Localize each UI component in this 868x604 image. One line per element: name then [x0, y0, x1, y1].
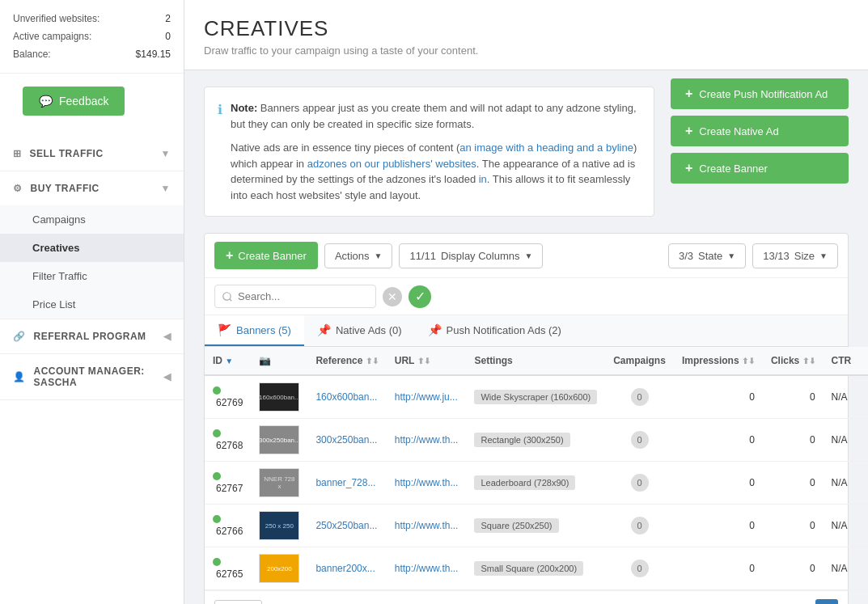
col-thumb: 📷	[251, 347, 307, 375]
creatives-table-section: + Create Banner Actions ▼ 11/11 Display …	[204, 233, 849, 604]
nav-header-referral[interactable]: 🔗 REFERRAL PROGRAM ◀	[0, 319, 184, 353]
size-filter-button[interactable]: 13/13 Size ▼	[752, 243, 838, 268]
table-toolbar: + Create Banner Actions ▼ 11/11 Display …	[205, 234, 848, 278]
tab-push-ads[interactable]: 📌 Push Notification Ads (2)	[415, 315, 574, 346]
sidebar-stats: Unverified websites:2Active campaigns:0B…	[0, 0, 184, 74]
col-settings: Settings	[466, 347, 605, 375]
display-columns-button[interactable]: 11/11 Display Columns ▼	[399, 243, 543, 268]
chevron-down-icon: ▼	[727, 251, 735, 260]
cell-id: 62766	[205, 505, 251, 547]
create-banner-toolbar-button[interactable]: + Create Banner	[214, 242, 318, 269]
sidebar-item-creatives[interactable]: Creatives	[0, 234, 184, 262]
cell-settings: Rectangle (300x250)	[466, 419, 605, 462]
cell-thumb: 200x200	[251, 547, 307, 590]
stat-label: Active campaigns:	[13, 31, 91, 42]
cell-ctr: N/A	[824, 462, 860, 505]
pagination-bar: 50 25 100 rows per page 1	[205, 590, 848, 604]
state-filter-button[interactable]: 3/3 State ▼	[668, 243, 746, 268]
main-body: + Create Push Notification Ad + Create N…	[184, 70, 868, 604]
create-banner-right-button[interactable]: + Create Banner	[671, 153, 849, 184]
camera-icon: 📷	[259, 355, 271, 366]
cell-ctr: N/A	[824, 547, 860, 590]
col-clicks[interactable]: Clicks ⬆⬇	[763, 347, 824, 375]
create-push-button[interactable]: + Create Push Notification Ad	[671, 78, 849, 109]
table-row: 62769 160x600ban... 160x600ban... http:/…	[205, 375, 868, 419]
reference-link[interactable]: 300x250ban...	[315, 434, 377, 446]
cell-campaigns: 0	[605, 505, 674, 547]
note-label: Note:	[231, 102, 260, 114]
cell-ctr: N/A	[824, 375, 860, 419]
url-link[interactable]: http://www.th...	[395, 563, 459, 574]
cell-clicks: 0	[763, 375, 824, 419]
creative-tabs: 🚩 Banners (5) 📌 Native Ads (0) 📌 Push No…	[205, 315, 848, 347]
chevron-down-icon: ▼	[525, 251, 533, 260]
nav-subitems-buy-traffic: CampaignsCreativesFilter TrafficPrice Li…	[0, 205, 184, 319]
nav-header-sell-traffic[interactable]: ⊞ SELL TRAFFIC ▼	[0, 137, 184, 171]
search-input[interactable]	[214, 285, 376, 308]
reference-link[interactable]: 250x250ban...	[315, 520, 377, 531]
url-link[interactable]: http://www.th...	[395, 477, 459, 488]
col-impressions[interactable]: Impressions ⬆⬇	[674, 347, 763, 375]
sidebar: Unverified websites:2Active campaigns:0B…	[0, 0, 184, 604]
main-header: CREATIVES Draw traffic to your campaign …	[184, 0, 868, 70]
sidebar-item-campaigns[interactable]: Campaigns	[0, 205, 184, 234]
reference-link[interactable]: banner200x...	[315, 563, 375, 574]
nav-section-referral: 🔗 REFERRAL PROGRAM ◀	[0, 319, 184, 354]
col-url[interactable]: URL ⬆⬇	[387, 347, 467, 375]
reference-link[interactable]: banner_728...	[315, 477, 375, 488]
status-indicator	[213, 558, 221, 566]
feedback-button[interactable]: 💬 Feedback	[23, 87, 125, 116]
note-box: ℹ Note: Banners appear just as you creat…	[204, 87, 654, 217]
sidebar-item-price-list[interactable]: Price List	[0, 290, 184, 319]
campaigns-count: 0	[631, 474, 649, 492]
nav-header-buy-traffic[interactable]: ⚙ BUY TRAFFIC ▼	[0, 171, 184, 205]
banner-thumbnail: 160x600ban...	[259, 382, 299, 412]
plus-icon: +	[226, 248, 233, 263]
cell-campaigns: 0	[605, 462, 674, 505]
cell-ctr: N/A	[824, 505, 860, 547]
sell-traffic-icon: ⊞	[13, 148, 22, 159]
cell-settings: Small Square (200x200)	[466, 547, 605, 590]
url-link[interactable]: http://www.ju...	[395, 391, 458, 403]
campaigns-count: 0	[631, 431, 649, 449]
tab-banners[interactable]: 🚩 Banners (5)	[205, 315, 304, 346]
chevron-icon: ◀	[163, 331, 171, 342]
cell-url: http://www.th...	[387, 462, 467, 505]
stat-value: 2	[165, 13, 171, 24]
col-actions	[859, 347, 868, 375]
nav-section-account-manager: 👤 ACCOUNT MANAGER: SASCHA ◀	[0, 354, 184, 400]
row-id: 62765	[216, 568, 243, 580]
current-page: 1	[815, 599, 838, 604]
nav-header-account-manager[interactable]: 👤 ACCOUNT MANAGER: SASCHA ◀	[0, 354, 184, 399]
cell-impressions: 0	[674, 419, 763, 462]
settings-badge: Rectangle (300x250)	[474, 433, 569, 447]
sidebar-item-filter-traffic[interactable]: Filter Traffic	[0, 262, 184, 290]
status-indicator	[213, 386, 221, 395]
url-link[interactable]: http://www.th...	[395, 520, 459, 531]
tab-native-ads[interactable]: 📌 Native Ads (0)	[304, 315, 415, 346]
buy-traffic-icon: ⚙	[13, 183, 23, 194]
table-row: 62768 300x250ban... 300x250ban... http:/…	[205, 419, 868, 462]
per-page-select[interactable]: 50 25 100	[214, 600, 262, 604]
cell-impressions: 0	[674, 462, 763, 505]
campaigns-count: 0	[631, 560, 649, 577]
cell-gear: ⚙	[859, 547, 868, 590]
col-reference[interactable]: Reference ⬆⬇	[307, 347, 386, 375]
creatives-table: ID ▼ 📷 Reference ⬆⬇ URL ⬆⬇ Settings Camp…	[205, 347, 868, 590]
native-tab-icon: 📌	[317, 323, 331, 336]
campaigns-count: 0	[631, 388, 649, 406]
col-id[interactable]: ID ▼	[205, 347, 251, 375]
nav-section-label: SELL TRAFFIC	[30, 148, 104, 159]
stat-value: $149.15	[136, 49, 171, 60]
search-clear-button[interactable]: ✕	[383, 287, 402, 306]
table-row: 62766 250 x 250 250x250ban... http://www…	[205, 505, 868, 547]
settings-badge: Small Square (200x200)	[474, 561, 583, 576]
reference-link[interactable]: 160x600ban...	[315, 391, 377, 403]
cell-id: 62769	[205, 375, 251, 419]
actions-dropdown-button[interactable]: Actions ▼	[324, 243, 393, 268]
plus-icon: +	[685, 161, 692, 175]
campaigns-count: 0	[631, 517, 649, 534]
search-confirm-button[interactable]: ✓	[409, 285, 431, 308]
create-native-button[interactable]: + Create Native Ad	[671, 116, 849, 146]
url-link[interactable]: http://www.th...	[395, 434, 459, 446]
